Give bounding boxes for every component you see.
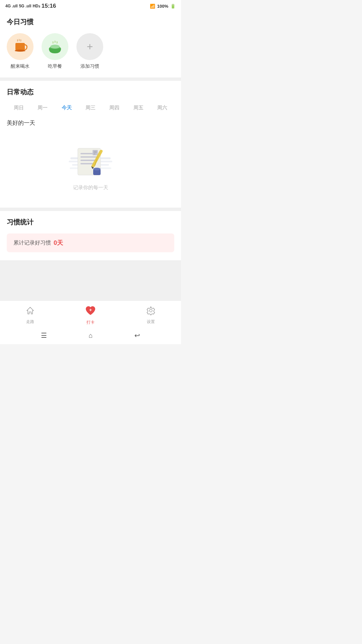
habits-section: 今日习惯 [0, 11, 181, 77]
habit-icon-breakfast [42, 33, 68, 60]
divider-1 [0, 77, 181, 81]
tab-today[interactable]: 今天 [55, 103, 78, 112]
svg-point-3 [50, 45, 60, 49]
habit-item-breakfast[interactable]: 吃早餐 [42, 33, 68, 69]
stats-title: 习惯统计 [7, 218, 174, 227]
status-left: 4G .ull 5G .ull HD₂ 15:16 [5, 3, 56, 9]
nav-label-checkin: 打卡 [86, 320, 95, 325]
daily-subtitle: 美好的一天 [7, 119, 174, 127]
stats-section: 习惯统计 累计记录好习惯 0天 [0, 211, 181, 260]
habit-label-drink-water: 醒来喝水 [11, 63, 29, 69]
habits-list: 醒来喝水 吃早餐 [7, 33, 174, 69]
stats-card: 累计记录好习惯 0天 [7, 233, 174, 252]
daily-title: 日常动态 [7, 88, 174, 97]
stats-count: 0天 [54, 239, 63, 247]
battery-percent: 100% [157, 4, 168, 9]
5g-icon: 5G .ull [19, 4, 32, 8]
empty-state: 记录你的每一天 [7, 132, 174, 201]
day-tabs: 周日 周一 今天 周三 周四 周五 周六 [7, 103, 174, 112]
sys-menu-icon[interactable]: ☰ [41, 331, 47, 339]
hd-icon: HD₂ [33, 4, 40, 8]
habit-item-drink-water[interactable]: 醒来喝水 [7, 33, 34, 69]
divider-2 [0, 208, 181, 211]
nav-label-walk: 走路 [26, 319, 34, 325]
svg-point-1 [15, 50, 25, 52]
nav-item-checkin[interactable]: + 打卡 [60, 305, 121, 325]
svg-rect-12 [80, 163, 94, 164]
habit-icon-drink-water [7, 33, 34, 60]
sys-home-icon[interactable]: ⌂ [88, 332, 93, 339]
empty-illustration [64, 139, 117, 179]
clock: 15:16 [42, 3, 56, 9]
tab-fri[interactable]: 周五 [126, 103, 150, 112]
stats-card-text: 累计记录好习惯 [13, 239, 51, 247]
svg-rect-16 [94, 154, 96, 154]
add-habit-label: 添加习惯 [80, 63, 99, 69]
daily-section: 日常动态 周日 周一 今天 周三 周四 周五 周六 美好的一天 [0, 81, 181, 208]
bowl-icon [47, 39, 63, 55]
svg-point-20 [149, 309, 152, 312]
bottom-nav: 走路 + 打卡 设置 [0, 301, 181, 328]
coffee-icon [12, 39, 28, 55]
nav-item-walk[interactable]: 走路 [0, 306, 60, 325]
document-illustration [64, 139, 117, 179]
checkin-heart-icon: + [84, 305, 97, 318]
walk-home-icon [25, 306, 35, 318]
habits-title: 今日习惯 [7, 17, 174, 26]
tab-wed[interactable]: 周三 [78, 103, 102, 112]
svg-rect-14 [94, 151, 97, 152]
habit-label-breakfast: 吃早餐 [48, 63, 62, 69]
gray-area [0, 260, 181, 301]
add-habit-icon: + [76, 33, 103, 60]
settings-gear-icon [146, 306, 156, 318]
tab-thu[interactable]: 周四 [103, 103, 126, 112]
svg-point-18 [93, 168, 101, 170]
empty-text: 记录你的每一天 [73, 184, 108, 191]
nav-label-settings: 设置 [147, 319, 155, 325]
svg-rect-0 [15, 43, 25, 50]
svg-text:+: + [89, 307, 92, 313]
tab-sat[interactable]: 周六 [150, 103, 174, 112]
tab-mon[interactable]: 周一 [31, 103, 54, 112]
sys-nav-bar: ☰ ⌂ ↩ [0, 328, 181, 344]
status-bar: 4G .ull 5G .ull HD₂ 15:16 📶 100% 🔋 [0, 0, 181, 11]
sys-back-icon[interactable]: ↩ [134, 331, 140, 339]
signal-icon: 4G .ull [5, 4, 18, 8]
main-content: 今日习惯 [0, 11, 181, 301]
svg-rect-15 [94, 152, 97, 153]
add-habit-item[interactable]: + 添加习惯 [76, 33, 103, 69]
nav-item-settings[interactable]: 设置 [121, 306, 181, 325]
tab-sun[interactable]: 周日 [7, 103, 31, 112]
add-plus-icon: + [87, 41, 93, 52]
wifi-icon: 📶 [150, 4, 155, 9]
svg-rect-10 [80, 156, 98, 158]
battery-icon: 🔋 [170, 4, 176, 9]
status-right: 📶 100% 🔋 [150, 4, 176, 9]
